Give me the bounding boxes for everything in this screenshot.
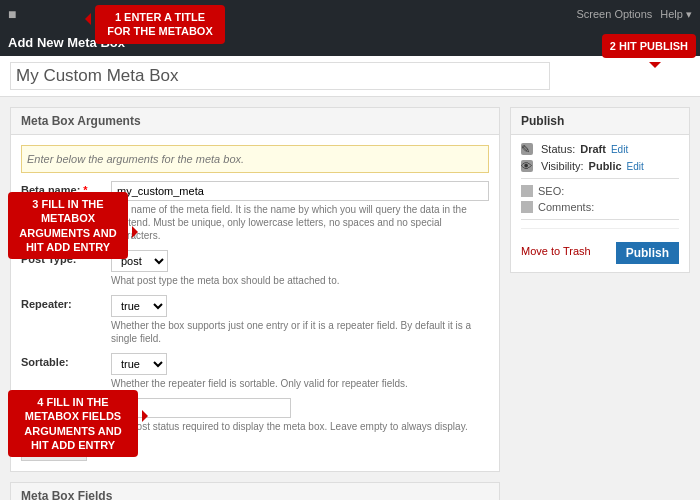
comments-label: Comments: [538, 201, 594, 213]
comments-row: Comments: [521, 201, 679, 213]
wp-logo: ■ [8, 6, 16, 22]
arguments-textarea[interactable] [21, 145, 489, 173]
tooltip-1: 1 ENTER A TITLE FOR THE METABOX [95, 5, 225, 44]
visibility-value: Public [589, 160, 622, 172]
meta-box-fields-title: Meta Box Fields [11, 483, 499, 500]
sidebar: Publish ✎ Status: Draft Edit 👁 Visibilit… [510, 107, 690, 500]
tooltip-3: 3 FILL IN THE METABOX ARGUMENTS AND HIT … [8, 192, 128, 259]
publish-button[interactable]: Publish [616, 242, 679, 264]
seo-row: SEO: [521, 185, 679, 197]
status-edit-link[interactable]: Edit [611, 144, 628, 155]
publish-visibility-row: 👁 Visibility: Public Edit [521, 160, 679, 172]
comments-icon [521, 201, 533, 213]
seo-icon [521, 185, 533, 197]
status-label: Status: [541, 143, 575, 155]
sortable-field: true false Whether the repeater field is… [111, 353, 489, 390]
seo-label: SEO: [538, 185, 564, 197]
help-link[interactable]: Help ▾ [660, 8, 692, 21]
visibility-icon: 👁 [521, 160, 533, 172]
beta-name-field: The name of the meta field. It is the na… [111, 181, 489, 242]
page-title-input[interactable] [10, 62, 550, 90]
post-type-field: post page What post type the meta box sh… [111, 250, 489, 287]
publish-actions: Move to Trash Publish [521, 228, 679, 264]
form-row-sortable: Sortable: true false Whether the repeate… [21, 353, 489, 390]
status-value: Draft [580, 143, 606, 155]
post-status-input[interactable] [111, 398, 291, 418]
pub-divider-2 [521, 219, 679, 220]
repeater-desc: Whether the box supports just one entry … [111, 319, 489, 345]
sortable-select[interactable]: true false [111, 353, 167, 375]
status-icon: ✎ [521, 143, 533, 155]
publish-box-content: ✎ Status: Draft Edit 👁 Visibility: Publi… [511, 135, 689, 272]
visibility-edit-link[interactable]: Edit [627, 161, 644, 172]
publish-box: Publish ✎ Status: Draft Edit 👁 Visibilit… [510, 107, 690, 273]
publish-box-title: Publish [511, 108, 689, 135]
tooltip-2: 2 HIT PUBLISH [602, 34, 696, 58]
publish-status-row: ✎ Status: Draft Edit [521, 143, 679, 155]
beta-name-input[interactable] [111, 181, 489, 201]
meta-box-fields: Meta Box Fields Field Title: * Title of … [10, 482, 500, 500]
wp-header-left: ■ [8, 6, 16, 22]
post-status-field: The post status required to display the … [111, 398, 489, 433]
move-to-trash-link[interactable]: Move to Trash [521, 245, 591, 257]
page-title-bar [0, 56, 700, 97]
pub-divider-1 [521, 178, 679, 179]
sortable-label: Sortable: [21, 353, 111, 368]
wp-header-right: Screen Options Help ▾ [576, 8, 692, 21]
beta-name-desc: The name of the meta field. It is the na… [111, 203, 489, 242]
page-wrapper: ■ Screen Options Help ▾ Add New Meta Box… [0, 0, 700, 500]
post-type-desc: What post type the meta box should be at… [111, 274, 489, 287]
visibility-label: Visibility: [541, 160, 584, 172]
repeater-select[interactable]: true false [111, 295, 167, 317]
screen-options-link[interactable]: Screen Options [576, 8, 652, 21]
meta-box-arguments-title: Meta Box Arguments [11, 108, 499, 135]
form-row-repeater: Repeater: true false Whether the box sup… [21, 295, 489, 345]
repeater-field: true false Whether the box supports just… [111, 295, 489, 345]
repeater-label: Repeater: [21, 295, 111, 310]
sortable-desc: Whether the repeater field is sortable. … [111, 377, 489, 390]
tooltip-4: 4 FILL IN THE METABOX FIELDS ARGUMENTS A… [8, 390, 138, 457]
post-status-desc: The post status required to display the … [111, 420, 489, 433]
